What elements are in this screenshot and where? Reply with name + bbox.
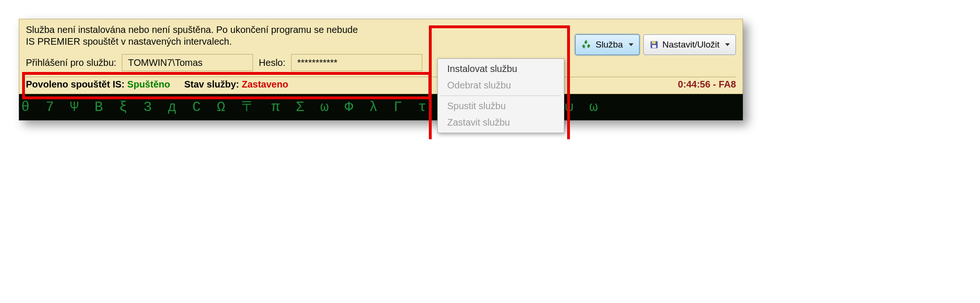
save-icon: [649, 40, 659, 49]
menu-separator: [441, 96, 561, 96]
status-bar: Povoleno spouštět IS: Spuštěno Stav služ…: [26, 77, 736, 91]
timestamp: 0:44:56 - FA8: [678, 79, 736, 90]
service-state-value: Zastaveno: [242, 79, 288, 89]
login-user-input[interactable]: [127, 57, 248, 69]
menu-remove-service: Odebrat službu: [438, 77, 564, 94]
allowed-value: Spuštěno: [127, 79, 170, 89]
service-dropdown-button[interactable]: Služba: [575, 34, 639, 55]
login-label: Přihlášení pro službu:: [26, 57, 116, 68]
password-field[interactable]: [291, 54, 422, 71]
window-wrap: Služba není instalována nebo není spuště…: [19, 19, 743, 120]
service-state-label: Stav služby:: [184, 79, 239, 89]
main-panel: Služba není instalována nebo není spuště…: [19, 19, 743, 94]
allowed-label: Povoleno spouštět IS:: [26, 79, 125, 89]
service-dropdown-menu: Instalovat službu Odebrat službu Spustit…: [437, 58, 564, 133]
menu-install-service[interactable]: Instalovat službu: [438, 61, 564, 77]
svg-rect-1: [652, 41, 656, 44]
button-group: Služba Nastavit/Uložit: [575, 34, 736, 55]
password-input[interactable]: [296, 57, 417, 69]
login-user-field[interactable]: [122, 54, 253, 71]
chevron-down-icon: [629, 43, 633, 46]
save-settings-button[interactable]: Nastavit/Uložit: [643, 34, 736, 55]
save-button-label: Nastavit/Uložit: [663, 40, 719, 50]
menu-start-service: Spustit službu: [438, 98, 564, 114]
chevron-down-icon: [725, 43, 730, 46]
matrix-decoration: θ 7 Ψ B ξ 3 д C Ω 〒 π Σ ω Φ λ Г τ φ Д я …: [19, 94, 743, 120]
svg-rect-2: [652, 45, 656, 48]
service-button-label: Služba: [595, 40, 623, 50]
service-status-message: Služba není instalována nebo není spuště…: [26, 24, 364, 48]
menu-stop-service: Zastavit službu: [438, 114, 564, 131]
password-label: Heslo:: [259, 57, 285, 68]
recycle-icon: [581, 40, 592, 50]
